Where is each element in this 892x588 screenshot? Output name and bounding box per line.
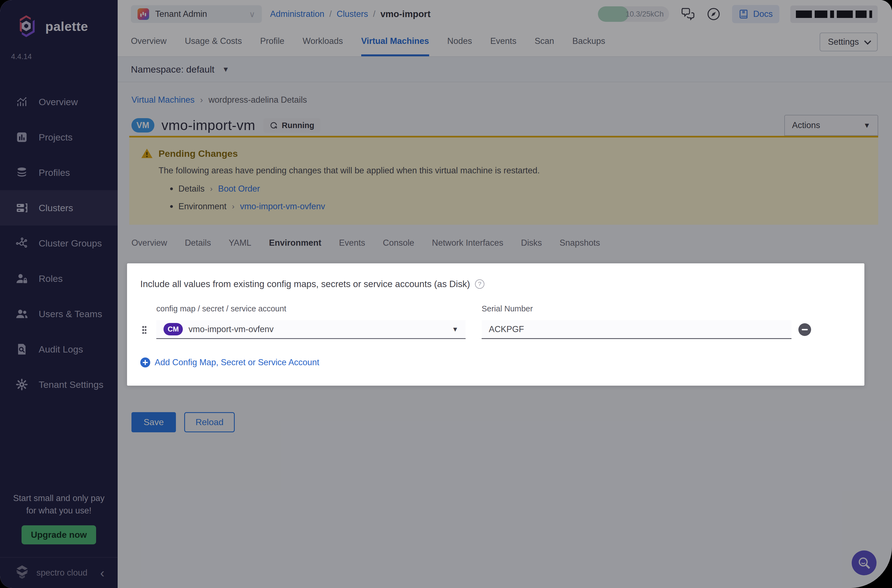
drag-handle-icon[interactable]	[142, 326, 146, 334]
pending-link[interactable]: vmo-import-vm-ovfenv	[240, 201, 325, 212]
vm-breadcrumb-current: wordpress-adelina Details	[209, 95, 307, 105]
breadcrumb: Administration / Clusters / vmo-import /	[270, 9, 431, 20]
tab-list: Overview Usage & Costs Profile Workloads…	[131, 36, 623, 56]
usage-meter: 10.3/25kCh	[598, 6, 669, 22]
tab-overview[interactable]: Overview	[131, 36, 167, 56]
sidebar-item-users-teams[interactable]: Users & Teams	[0, 296, 118, 332]
upgrade-now-button[interactable]: Upgrade now	[21, 525, 96, 544]
subtab-overview[interactable]: Overview	[131, 238, 167, 251]
plus-icon	[140, 357, 150, 368]
topbar-right: 10.3/25kCh	[598, 5, 878, 23]
reload-button[interactable]: Reload	[184, 412, 235, 432]
chevron-down-icon: ▼	[863, 121, 871, 130]
app-version: 4.4.14	[11, 52, 118, 61]
settings-button[interactable]: Settings	[820, 33, 878, 51]
users-teams-icon	[15, 308, 28, 320]
chevron-right-icon: ›	[210, 184, 213, 193]
sidebar-item-cluster-groups[interactable]: Cluster Groups	[0, 225, 118, 261]
tab-workloads[interactable]: Workloads	[303, 36, 343, 56]
tenant-scope-label: Tenant Admin	[155, 9, 207, 19]
upsell-text: Start small and only pay for what you us…	[8, 492, 110, 517]
serial-number-input[interactable]	[482, 320, 791, 339]
namespace-bar: Namespace: default ▼	[118, 57, 892, 82]
panel-title-row: Include all values from existing config …	[140, 279, 864, 289]
save-button[interactable]: Save	[131, 412, 176, 432]
serial-number-label: Serial Number	[482, 304, 791, 314]
tab-nodes[interactable]: Nodes	[448, 36, 472, 56]
page-background: palette 4.4.14 Overview Projects Profile…	[0, 0, 892, 588]
compass-icon[interactable]	[706, 7, 721, 21]
sidebar-item-profiles[interactable]: Profiles	[0, 155, 118, 190]
subtab-disks[interactable]: Disks	[521, 238, 542, 251]
upsell-line1: Start small and only pay	[13, 494, 105, 503]
refresh-icon	[270, 121, 278, 129]
remove-row-button[interactable]	[798, 323, 811, 336]
book-icon	[739, 9, 749, 20]
magnifier-icon	[857, 556, 871, 570]
add-config-map-link[interactable]: Add Config Map, Secret or Service Accoun…	[140, 357, 864, 368]
docs-label: Docs	[753, 9, 773, 19]
breadcrumb-vmo-import: vmo-import /	[380, 9, 431, 20]
pending-area: Environment	[179, 201, 227, 212]
docs-button[interactable]: Docs	[732, 5, 779, 23]
config-map-label: config map / secret / service account	[156, 304, 466, 314]
sidebar-item-clusters[interactable]: Clusters	[0, 190, 118, 225]
search-assistant-button[interactable]	[852, 550, 877, 575]
vm-breadcrumb: Virtual Machines › wordpress-adelina Det…	[129, 95, 878, 105]
pending-changes-title: Pending Changes	[159, 148, 238, 159]
subtab-events[interactable]: Events	[339, 238, 365, 251]
upsell-box: Start small and only pay for what you us…	[0, 492, 118, 544]
tab-events[interactable]: Events	[490, 36, 517, 56]
sidebar-collapse-icon[interactable]: ‹	[100, 567, 104, 579]
pending-changes-description: The following areas have pending changes…	[159, 166, 867, 176]
tab-backups[interactable]: Backups	[572, 36, 605, 56]
subtab-snapshots[interactable]: Snapshots	[560, 238, 600, 251]
vm-title: vmo-import-vm	[162, 117, 255, 134]
chat-bubbles-icon[interactable]	[680, 7, 695, 21]
pending-changes-header: Pending Changes	[141, 147, 867, 159]
vm-title-row: VM vmo-import-vm Running Actions ▼	[129, 115, 878, 136]
sidebar-nav: Overview Projects Profiles Clusters Clus…	[0, 84, 118, 402]
tab-profile[interactable]: Profile	[260, 36, 284, 56]
topbar: Tenant Admin ∨ Administration / Clusters…	[118, 0, 892, 28]
subtab-network-interfaces[interactable]: Network Interfaces	[432, 238, 503, 251]
sidebar-item-audit-logs[interactable]: Audit Logs	[0, 332, 118, 367]
overview-chart-icon	[15, 96, 28, 108]
pending-item-details: Details › Boot Order	[170, 184, 867, 194]
form-actions: Save Reload	[129, 412, 878, 432]
vm-breadcrumb-link[interactable]: Virtual Machines	[131, 95, 195, 105]
vm-status-label: Running	[282, 121, 314, 130]
usage-meter-label: 10.3/25kCh	[626, 10, 664, 18]
tab-usage-costs[interactable]: Usage & Costs	[185, 36, 242, 56]
breadcrumb-separator: ›	[200, 95, 203, 105]
config-map-select[interactable]: CM vmo-import-vm-ovfenv ▼	[156, 320, 466, 339]
pending-link[interactable]: Boot Order	[218, 184, 260, 194]
sidebar-item-roles[interactable]: Roles	[0, 261, 118, 296]
vm-content: Virtual Machines › wordpress-adelina Det…	[118, 82, 892, 588]
tab-scan[interactable]: Scan	[535, 36, 554, 56]
help-icon[interactable]: ?	[475, 279, 484, 289]
namespace-dropdown-caret[interactable]: ▼	[222, 65, 229, 74]
usage-meter-fill	[598, 6, 629, 22]
subtab-yaml[interactable]: YAML	[229, 238, 251, 251]
tab-virtual-machines[interactable]: Virtual Machines	[361, 36, 429, 56]
sidebar-item-overview[interactable]: Overview	[0, 84, 118, 120]
actions-dropdown[interactable]: Actions ▼	[784, 115, 878, 136]
spectro-cloud-logo-icon	[14, 564, 30, 582]
subtab-details[interactable]: Details	[185, 238, 211, 251]
redacted-username[interactable]	[790, 6, 878, 23]
sidebar-item-tenant-settings[interactable]: Tenant Settings	[0, 367, 118, 402]
pending-changes-list: Details › Boot Order Environment › vmo-i…	[170, 184, 867, 212]
subtab-console[interactable]: Console	[383, 238, 414, 251]
warning-icon	[141, 147, 153, 159]
roles-user-lock-icon	[15, 272, 28, 285]
tenant-scope-select[interactable]: Tenant Admin ∨	[131, 5, 262, 23]
brand-name: palette	[45, 19, 88, 34]
chevron-down-icon: ∨	[249, 9, 255, 19]
sidebar-item-projects[interactable]: Projects	[0, 120, 118, 155]
breadcrumb-clusters: Clusters /	[336, 9, 375, 19]
subtab-environment[interactable]: Environment	[269, 238, 321, 251]
chevron-down-icon	[864, 38, 871, 45]
vm-badge: VM	[131, 118, 155, 132]
footer-brand: spectro cloud	[36, 568, 87, 578]
